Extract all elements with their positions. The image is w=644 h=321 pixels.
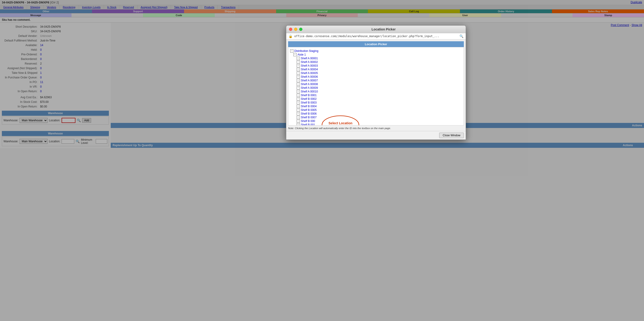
tree-item-shelf-a-00007: − Shelf A 00007 [297, 79, 462, 82]
tree-link-shelf-a-00007[interactable]: Shelf A 00007 [301, 79, 318, 82]
tree-icon-shelf-a-00010: − [297, 90, 300, 93]
lock-icon: 🔒 [288, 34, 292, 38]
tree-item-shelf-a-00003: − Shelf A 00003 [297, 64, 462, 68]
traffic-light-red[interactable] [289, 28, 292, 31]
tree-collapse-icon-ds[interactable]: − [290, 49, 294, 52]
tree-item-shelf-b-0003: − Shelf B 0003 [297, 101, 462, 104]
tree-item-shelf-b-0009: − Shelf B 001 [297, 123, 462, 126]
tree-link-distribution-staging[interactable]: Distribution Staging [294, 49, 318, 52]
tree-link-shelf-b-0006[interactable]: Shelf B 0006 [301, 112, 317, 115]
tree-link-shelf-b-0008[interactable]: Shelf B 000 [301, 120, 315, 123]
tree-collapse-icon-aisle1[interactable]: − [294, 53, 297, 56]
tree-link-shelf-a-00003[interactable]: Shelf A 00003 [301, 64, 318, 67]
tree-icon-shelf-b-0008: − [297, 120, 300, 123]
tree-link-shelf-a-00010[interactable]: Shelf A 00010 [301, 90, 318, 93]
tree-item-shelf-a-00001: − Shelf A 00001 [297, 56, 462, 60]
tree-icon-shelf-a-00007: − [297, 79, 300, 82]
tree-link-shelf-b-0005[interactable]: Shelf B 0005 [301, 108, 317, 112]
tree-link-shelf-a-00005[interactable]: Shelf A 00005 [301, 72, 318, 75]
tree-item-shelf-a-00008: − Shelf A 00008 [297, 82, 462, 86]
tree-item-shelf-a-00009: − Shelf A 00009 [297, 86, 462, 90]
tree-icon-shelf-b-0001: − [297, 94, 300, 97]
modal-address-bar: 🔒 office-demo.coresense.com//modules/war… [286, 33, 466, 40]
location-picker-note: Note: Clicking the Location will automat… [286, 126, 466, 131]
modal-titlebar: Location Picker [286, 26, 466, 33]
close-window-button[interactable]: Close Window [439, 132, 464, 138]
modal-address-text: office-demo.coresense.com//modules/wareh… [294, 34, 458, 38]
tree-link-shelf-a-00001[interactable]: Shelf A 00001 [301, 57, 318, 60]
tree-icon-shelf-a-00009: − [297, 86, 300, 90]
tree-link-shelf-b-0004[interactable]: Shelf B 0004 [301, 105, 317, 108]
tree-item-shelf-a-00010: − Shelf A 00010 [297, 90, 462, 94]
tree-item-shelf-b-0008: − Shelf B 000 Select Location [297, 119, 462, 123]
tree-link-shelf-b-0002[interactable]: Shelf B 0002 [301, 97, 317, 100]
tree-icon-shelf-a-00002: − [297, 60, 300, 64]
tree-icon-shelf-b-0006: − [297, 112, 300, 115]
tree-icon-shelf-b-0002: − [297, 97, 300, 100]
tree-item-shelf-b-0007: − Shelf B 0007 [297, 116, 462, 119]
tree-icon-shelf-a-00003: − [297, 64, 300, 67]
tree-item-distribution-staging: − Distribution Staging [290, 49, 462, 53]
modal-footer: Close Window [286, 131, 466, 140]
tree-icon-shelf-b-0005: − [297, 108, 300, 112]
traffic-light-green[interactable] [299, 28, 302, 31]
tree-item-shelf-b-0002: − Shelf B 0002 [297, 97, 462, 101]
tree-link-shelf-a-00006[interactable]: Shelf A 00006 [301, 75, 318, 78]
tree-item-shelf-a-00005: − Shelf A 00005 [297, 71, 462, 75]
location-picker-content: Location Picker − Distribution Staging −… [286, 41, 466, 140]
tree-link-shelf-b-0007[interactable]: Shelf B 0007 [301, 116, 317, 119]
tree-item-shelf-b-0005: − Shelf B 0005 [297, 108, 462, 112]
location-picker-modal: Location Picker 🔒 office-demo.coresense.… [286, 25, 466, 140]
tree-item-aisle1: − Aisle 1 [294, 53, 462, 56]
tree-icon-shelf-b-0007: − [297, 116, 300, 119]
tree-link-shelf-a-00009[interactable]: Shelf A 00009 [301, 86, 318, 90]
tree-item-shelf-b-0006: − Shelf B 0006 [297, 112, 462, 116]
tree-icon-shelf-b-0004: − [297, 105, 300, 108]
tree-icon-shelf-a-00006: − [297, 75, 300, 78]
tree-icon-shelf-b-0009: − [297, 123, 300, 126]
tree-icon-shelf-b-0003: − [297, 101, 300, 104]
tree-link-shelf-b-0001[interactable]: Shelf B 0001 [301, 94, 317, 97]
location-picker-content-header: Location Picker [288, 41, 464, 47]
modal-title: Location Picker [304, 28, 463, 31]
modal-search-icon[interactable]: 🔍 [460, 34, 464, 38]
tree-icon-shelf-a-00005: − [297, 72, 300, 75]
tree-link-shelf-b-0003[interactable]: Shelf B 0003 [301, 101, 317, 104]
tree-item-shelf-b-0001: − Shelf B 0001 [297, 94, 462, 97]
tree-item-shelf-a-00006: − Shelf A 00006 [297, 75, 462, 79]
tree-icon-shelf-a-00001: − [297, 57, 300, 60]
tree-link-shelf-a-00008[interactable]: Shelf A 00008 [301, 82, 318, 86]
tree-link-shelf-b-0009[interactable]: Shelf B 001 [301, 123, 315, 126]
traffic-light-yellow[interactable] [294, 28, 297, 31]
tree-item-shelf-a-00002: − Shelf A 00002 [297, 60, 462, 64]
tree-link-shelf-a-00004[interactable]: Shelf A 00004 [301, 68, 318, 71]
tree-icon-shelf-a-00008: − [297, 82, 300, 86]
tree-icon-shelf-a-00004: − [297, 68, 300, 71]
tree-link-shelf-a-00002[interactable]: Shelf A 00002 [301, 60, 318, 64]
tree-link-aisle1[interactable]: Aisle 1 [298, 53, 306, 56]
tree-item-shelf-a-00004: − Shelf A 00004 [297, 68, 462, 71]
tree-item-shelf-b-0004: − Shelf B 0004 [297, 104, 462, 108]
location-tree[interactable]: − Distribution Staging − Aisle 1 − Shelf… [288, 47, 464, 126]
